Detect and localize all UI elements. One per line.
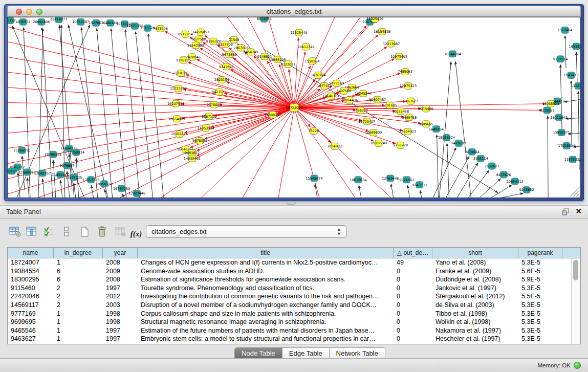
svg-text:4035572: 4035572 xyxy=(16,20,31,24)
svg-text:18612034: 18612034 xyxy=(350,178,366,182)
svg-text:17359924: 17359924 xyxy=(68,150,84,155)
network-canvas[interactable]: 2135840355722069140618414077106532871527… xyxy=(8,17,580,198)
svg-text:9242845: 9242845 xyxy=(219,65,234,69)
column-header-in_degree[interactable]: in_degree xyxy=(54,248,103,258)
delete-column-button[interactable] xyxy=(95,225,110,239)
svg-text:11525449: 11525449 xyxy=(290,31,307,35)
column-header-year[interactable]: year xyxy=(103,248,138,258)
svg-text:7986372: 7986372 xyxy=(353,108,368,113)
tab-node-table[interactable]: Node Table xyxy=(235,348,282,359)
cell-in_degree: 1 xyxy=(54,258,103,267)
network-window-titlebar[interactable]: citations_edges.txt xyxy=(7,6,581,17)
scrollbar-thumb[interactable] xyxy=(573,260,578,280)
dropdown-stepper-icon: ▲▼ xyxy=(337,227,341,236)
svg-text:12213987: 12213987 xyxy=(383,42,400,46)
cell-short: Nakamura et al. (1997) xyxy=(432,326,518,335)
svg-text:2935114: 2935114 xyxy=(473,157,488,161)
column-header-short[interactable]: short xyxy=(432,248,518,258)
column-header-out_degree[interactable]: △ out_de… xyxy=(394,248,432,258)
svg-text:15958523: 15958523 xyxy=(542,102,559,106)
close-panel-icon[interactable]: ✕ xyxy=(575,207,582,216)
table-row[interactable]: 977716911998Corpus callosum shape and si… xyxy=(8,310,571,318)
table-row[interactable]: 1456911722003Disruption of a novel membe… xyxy=(8,301,571,310)
split-pane-handle[interactable] xyxy=(287,202,296,205)
svg-text:13654923: 13654923 xyxy=(399,129,416,134)
svg-text:8813054: 8813054 xyxy=(257,17,272,21)
cell-title: Embryonic stem cells: a model to study s… xyxy=(138,335,394,343)
table-mode-button[interactable] xyxy=(8,225,23,239)
cell-pagerank: 5.5E-5 xyxy=(518,292,562,301)
cell-out_degree: 0 xyxy=(394,301,432,310)
svg-text:9524502: 9524502 xyxy=(399,178,414,182)
svg-text:15345474: 15345474 xyxy=(306,177,322,181)
table-row[interactable]: 911546021997Tourette syndrome. Phenomeno… xyxy=(8,284,571,293)
table-row[interactable]: 1938455462009Genome-wide association stu… xyxy=(8,267,571,276)
cell-out_degree: 0 xyxy=(394,326,432,335)
table-selector-dropdown[interactable]: citations_edges.txt ▲▼ xyxy=(146,225,346,238)
svg-text:11568693: 11568693 xyxy=(18,170,35,174)
svg-text:1651825: 1651825 xyxy=(569,45,580,49)
svg-text:7638226: 7638226 xyxy=(153,27,168,31)
cell-out_degree: 0 xyxy=(394,275,432,284)
cell-out_degree: 49 xyxy=(394,258,432,267)
svg-text:6201605: 6201605 xyxy=(382,103,397,107)
column-visibility-button[interactable] xyxy=(25,225,39,239)
table-row[interactable]: 946362711997Embryonic stem cells: a mode… xyxy=(8,335,571,343)
svg-text:1626154: 1626154 xyxy=(311,73,325,77)
svg-text:8454749: 8454749 xyxy=(244,50,258,54)
memory-status-indicator[interactable] xyxy=(574,362,581,369)
svg-text:21358: 21358 xyxy=(8,18,15,23)
table-toolbar: f(x) citations_edges.txt ▲▼ xyxy=(0,218,588,245)
cell-in_degree: 1 xyxy=(54,310,103,318)
window-title: citations_edges.txt xyxy=(8,8,580,15)
vertical-scrollbar[interactable] xyxy=(571,258,580,344)
svg-text:12763448: 12763448 xyxy=(382,177,399,181)
cell-name: 9465546 xyxy=(8,326,54,335)
function-builder-button[interactable]: f(x) xyxy=(129,227,143,241)
table-panel-title: Table Panel xyxy=(6,208,41,215)
column-header-pagerank[interactable]: pagerank xyxy=(518,248,562,258)
tab-network-table[interactable]: Network Table xyxy=(330,348,385,359)
svg-text:1640954: 1640954 xyxy=(429,127,444,132)
cell-name: 9699695 xyxy=(8,318,54,326)
cell-year: 1997 xyxy=(103,284,138,293)
svg-text:15685205: 15685205 xyxy=(269,58,286,62)
svg-text:9474444: 9474444 xyxy=(465,150,480,154)
table-row[interactable]: 969969511998Structural magnetic resonanc… xyxy=(8,318,571,326)
table-row[interactable]: 1830029562008Estimation of significance … xyxy=(8,275,571,284)
select-columns-button[interactable] xyxy=(42,225,56,239)
cell-name: 22420046 xyxy=(8,292,54,301)
cell-title: Genome-wide association studies in ADHD. xyxy=(138,267,394,276)
svg-text:6466160: 6466160 xyxy=(103,21,118,25)
cell-short: Dudbridge et al. (2008) xyxy=(432,275,518,284)
column-header-title[interactable]: title xyxy=(138,248,394,258)
cell-in_degree: 6 xyxy=(54,275,103,284)
svg-text:16782759: 16782759 xyxy=(113,187,130,191)
svg-text:8471676: 8471676 xyxy=(496,173,511,177)
column-header-name[interactable]: name xyxy=(8,248,54,258)
tab-edge-table[interactable]: Edge Table xyxy=(282,348,330,359)
cell-short: Jankovic et al. (1997) xyxy=(432,284,518,293)
svg-text:16245544: 16245544 xyxy=(355,92,372,96)
svg-text:10646161: 10646161 xyxy=(322,94,339,98)
svg-text:19612749: 19612749 xyxy=(297,45,314,49)
svg-text:1841413: 1841413 xyxy=(564,73,579,77)
create-column-button[interactable] xyxy=(78,225,92,239)
table-header-row: namein_degreeyeartitle△ out_de…shortpage… xyxy=(8,248,580,258)
float-panel-icon[interactable] xyxy=(561,208,570,216)
cell-year: 2008 xyxy=(103,258,138,267)
svg-text:18953924: 18953924 xyxy=(438,136,455,140)
svg-text:9115460: 9115460 xyxy=(419,107,433,111)
row-height-button[interactable] xyxy=(59,225,74,239)
svg-text:12042757: 12042757 xyxy=(34,171,51,176)
table-row[interactable]: 1872400712008Changes of HCN gene express… xyxy=(8,258,571,267)
table-row[interactable]: 2242004622012Investigating the contribut… xyxy=(8,292,571,301)
table-row[interactable]: 946554611997Estimation of the future num… xyxy=(8,326,571,335)
svg-text:20364436: 20364436 xyxy=(341,98,358,102)
svg-text:9170045: 9170045 xyxy=(207,103,222,107)
cell-short: de Silva et al. (2003) xyxy=(432,301,518,310)
cell-pagerank: 5.3E-5 xyxy=(518,310,562,318)
svg-text:14039461: 14039461 xyxy=(184,157,201,161)
cell-pagerank: 5.3E-5 xyxy=(518,326,562,335)
cell-in_degree: 1 xyxy=(54,335,103,343)
